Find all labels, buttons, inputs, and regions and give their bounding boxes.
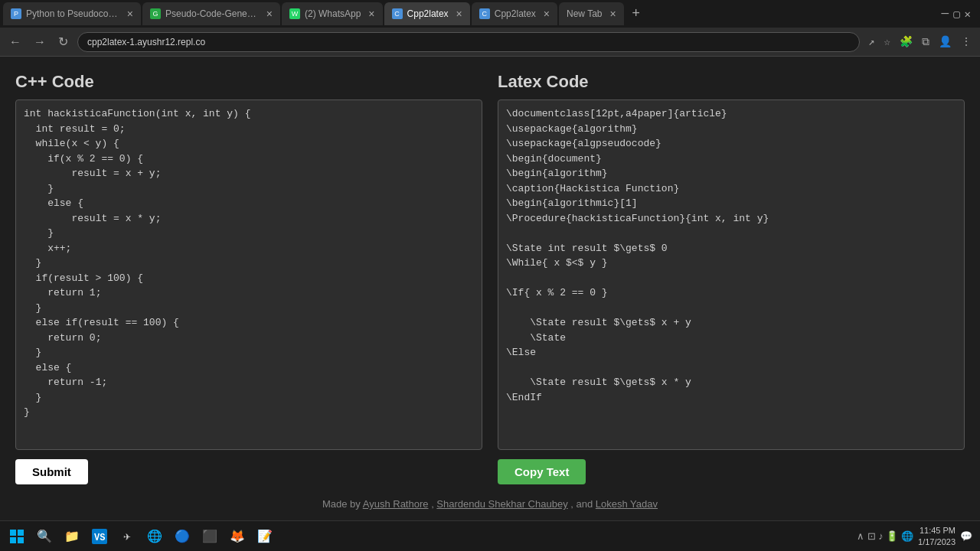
tab-close-whatsapp[interactable]: × xyxy=(368,8,374,20)
browser-chrome: P Python to Pseudocode com... × G Pseudo… xyxy=(0,0,980,57)
footer-and: , and xyxy=(570,498,596,510)
svg-rect-0 xyxy=(10,530,16,536)
svg-text:VS: VS xyxy=(94,533,105,543)
taskbar-search-icon[interactable]: 🔍 xyxy=(35,527,54,546)
date: 1/17/2023 xyxy=(918,536,956,547)
back-button[interactable]: ← xyxy=(6,32,24,52)
taskbar-folder-icon[interactable]: 📁 xyxy=(63,527,81,546)
clock: 11:45 PM xyxy=(918,525,956,536)
latex-column: Latex Code \documentclass[12pt,a4paper]{… xyxy=(498,72,965,491)
copy-text-button[interactable]: Copy Text xyxy=(498,459,586,484)
cpp-label: C++ Code xyxy=(15,72,482,92)
tab-close-python[interactable]: × xyxy=(127,8,133,20)
latex-label: Latex Code xyxy=(498,72,965,92)
footer-text: Made by xyxy=(322,498,363,510)
windows-start-button[interactable] xyxy=(8,527,26,546)
taskbar-chrome-icon[interactable]: 🌐 xyxy=(145,527,164,546)
cpp-code-input[interactable]: int hackisticaFunction(int x, int y) { i… xyxy=(15,99,482,450)
taskbar-left: 🔍 📁 VS ✈️ 🌐 🔵 ⬛ 🦊 📝 xyxy=(8,527,274,546)
tab-whatsapp[interactable]: W (2) WhatsApp × xyxy=(282,2,383,25)
footer: Made by Ayush Rathore , Shardendu Shekha… xyxy=(15,491,965,520)
copy-row: Copy Text xyxy=(498,450,965,491)
extensions-icon[interactable]: 🧩 xyxy=(897,33,915,51)
address-bar[interactable] xyxy=(77,32,860,52)
minimize-button[interactable]: — xyxy=(942,7,949,21)
tab-close-cpp2latex-1[interactable]: × xyxy=(456,8,462,20)
tab-close-cpp2latex-2[interactable]: × xyxy=(544,8,550,20)
footer-author-shardendu[interactable]: Shardendu Shekhar Chaubey xyxy=(436,498,567,510)
nav-bar: ← → ↻ ↗ ☆ 🧩 ⧉ 👤 ⋮ xyxy=(0,28,980,57)
forward-button[interactable]: → xyxy=(31,32,49,52)
close-button[interactable]: ✕ xyxy=(965,8,971,21)
taskbar-telegram-icon[interactable]: ✈️ xyxy=(118,527,136,546)
main-columns: C++ Code int hackisticaFunction(int x, i… xyxy=(15,72,965,491)
svg-rect-3 xyxy=(18,537,24,543)
tab-cpp2latex-2[interactable]: C Cpp2latex × xyxy=(472,2,557,25)
taskbar-terminal-icon[interactable]: ⬛ xyxy=(201,527,219,546)
nav-icons: ↗ ☆ 🧩 ⧉ 👤 ⋮ xyxy=(866,33,974,51)
taskbar-right: ∧ ⊡ ♪ 🔋 🌐 11:45 PM 1/17/2023 💬 xyxy=(857,525,972,547)
cpp-column: C++ Code int hackisticaFunction(int x, i… xyxy=(15,72,482,491)
submit-button[interactable]: Submit xyxy=(15,459,88,484)
footer-author-ayush[interactable]: Ayush Rathore xyxy=(363,498,429,510)
footer-author-lokesh[interactable]: Lokesh Yadav xyxy=(596,498,658,510)
latex-code-output: \documentclass[12pt,a4paper]{article} \u… xyxy=(498,99,965,450)
tab-view-icon[interactable]: ⧉ xyxy=(920,34,932,51)
taskbar-fox-icon[interactable]: 🦊 xyxy=(228,527,247,546)
bookmark-icon[interactable]: ☆ xyxy=(882,33,893,51)
submit-row: Submit xyxy=(15,450,482,491)
menu-icon[interactable]: ⋮ xyxy=(959,33,974,51)
tab-newtab[interactable]: New Tab × xyxy=(559,2,624,25)
share-icon[interactable]: ↗ xyxy=(866,33,877,51)
new-tab-button[interactable]: + xyxy=(626,3,647,24)
tab-bar: P Python to Pseudocode com... × G Pseudo… xyxy=(0,0,980,28)
taskbar: 🔍 📁 VS ✈️ 🌐 🔵 ⬛ 🦊 📝 ∧ ⊡ ♪ 🔋 🌐 11:45 PM 1… xyxy=(0,520,980,551)
svg-rect-2 xyxy=(10,537,16,543)
svg-rect-1 xyxy=(18,530,24,536)
taskbar-system-icons: ∧ ⊡ ♪ 🔋 🌐 xyxy=(857,530,913,542)
tab-close-newtab[interactable]: × xyxy=(610,8,616,20)
tab-cpp2latex-1[interactable]: C Cpp2latex × xyxy=(384,2,470,25)
profile-icon[interactable]: 👤 xyxy=(936,33,954,51)
tab-pseudo[interactable]: G Pseudo-Code-Generator/m... × xyxy=(142,2,280,25)
tab-close-pseudo[interactable]: × xyxy=(266,8,273,20)
maximize-button[interactable]: ▢ xyxy=(953,8,959,21)
taskbar-browser2-icon[interactable]: 🔵 xyxy=(173,527,191,546)
page-content: C++ Code int hackisticaFunction(int x, i… xyxy=(0,57,980,520)
time-display: 11:45 PM 1/17/2023 xyxy=(918,525,956,547)
taskbar-notepad-icon[interactable]: 📝 xyxy=(256,527,274,546)
tab-python[interactable]: P Python to Pseudocode com... × xyxy=(3,2,141,25)
taskbar-vscode-icon[interactable]: VS xyxy=(90,527,109,546)
reload-button[interactable]: ↻ xyxy=(55,31,71,52)
notification-button[interactable]: 💬 xyxy=(960,530,972,542)
